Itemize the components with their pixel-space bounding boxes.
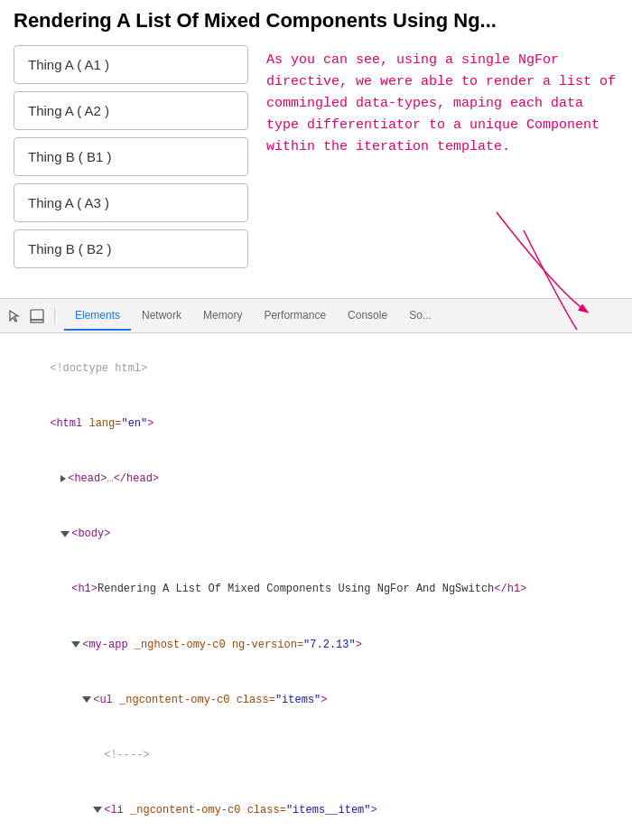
devtools-icon-group	[7, 308, 55, 324]
inspect-icon[interactable]	[29, 308, 45, 324]
tab-memory[interactable]: Memory	[192, 302, 253, 331]
code-line: <html lang="en">	[11, 397, 621, 452]
list-item: Thing A ( A3 )	[14, 183, 248, 222]
code-line: <body>	[11, 507, 621, 562]
code-line: <!doctype html>	[11, 341, 621, 396]
code-line: <my-app _nghost-omy-c0 ng-version="7.2.1…	[11, 617, 621, 672]
devtools-panel: Elements Network Memory Performance Cons…	[0, 298, 632, 840]
tab-console[interactable]: Console	[337, 302, 398, 331]
svg-rect-0	[31, 310, 43, 320]
code-area: <!doctype html> <html lang="en"> <head>……	[0, 333, 632, 840]
description-text: As you can see, using a single NgFor dir…	[266, 50, 618, 158]
top-section: Rendering A List Of Mixed Components Usi…	[0, 0, 632, 289]
code-line: <head>…</head>	[11, 452, 621, 507]
svg-rect-1	[31, 320, 43, 322]
tab-elements[interactable]: Elements	[64, 302, 131, 331]
code-line: <ul _ngcontent-omy-c0 class="items">	[11, 672, 621, 727]
tab-performance[interactable]: Performance	[253, 302, 337, 331]
cursor-icon[interactable]	[7, 308, 23, 324]
devtools-tabs: Elements Network Memory Performance Cons…	[0, 299, 632, 333]
list-item: Thing A ( A2 )	[14, 91, 248, 130]
code-line: <li _ngcontent-omy-c0 class="items__item…	[11, 783, 621, 838]
right-panel: As you can see, using a single NgFor dir…	[266, 45, 618, 158]
list-item: Thing A ( A1 )	[14, 45, 248, 84]
left-panel: Thing A ( A1 ) Thing A ( A2 ) Thing B ( …	[14, 45, 248, 275]
list-item: Thing B ( B1 )	[14, 137, 248, 176]
code-line: <!---->	[11, 728, 621, 783]
code-line: <h1>Rendering A List Of Mixed Components…	[11, 562, 621, 617]
page-title: Rendering A List Of Mixed Components Usi…	[14, 9, 618, 33]
list-item: Thing B ( B2 )	[14, 229, 248, 268]
tab-more[interactable]: So...	[398, 302, 442, 331]
tab-network[interactable]: Network	[131, 302, 192, 331]
